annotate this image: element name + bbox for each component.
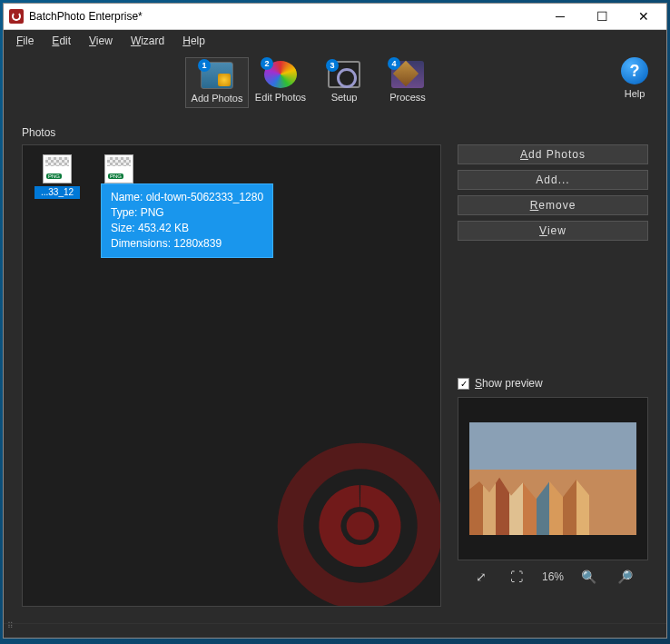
fullscreen-icon[interactable]: ⛶ [506, 570, 527, 584]
fit-screen-icon[interactable]: ⤢ [470, 570, 492, 584]
add-photos-icon: 1 [201, 62, 233, 89]
toolbar-edit-photos-label: Edit Photos [255, 92, 306, 103]
show-preview-label: Show preview [475, 377, 543, 390]
file-tooltip: Name: old-town-5062333_1280 Type: PNG Si… [101, 183, 273, 258]
toolbar-setup[interactable]: 3 Setup [312, 57, 376, 108]
close-button[interactable]: ✕ [623, 4, 665, 29]
png-file-icon [43, 154, 72, 183]
app-window: BatchPhoto Enterprise* ─ ☐ ✕ File Edit V… [3, 3, 667, 639]
body-area: Photos ...33_12 [4, 117, 666, 623]
resize-grip[interactable]: ⠿ [7, 624, 20, 637]
photos-section-label: Photos [22, 126, 648, 139]
toolbar-help[interactable]: ? Help [612, 57, 657, 99]
menu-edit[interactable]: Edit [43, 32, 80, 50]
toolbar-add-photos[interactable]: 1 Add Photos [185, 57, 249, 108]
toolbar-process-label: Process [389, 92, 426, 103]
view-button[interactable]: View [458, 221, 648, 241]
menu-help[interactable]: Help [173, 32, 214, 50]
toolbar-process[interactable]: 4 Process [376, 57, 439, 108]
minimize-button[interactable]: ─ [539, 4, 581, 29]
toolbar-setup-label: Setup [331, 92, 358, 103]
menubar: File Edit View Wizard Help [4, 30, 666, 52]
maximize-button[interactable]: ☐ [581, 4, 623, 29]
toolbar-add-photos-label: Add Photos [192, 93, 243, 104]
zoom-in-icon[interactable]: 🔍 [578, 570, 600, 584]
app-icon [9, 9, 24, 24]
preview-box [458, 397, 648, 560]
help-icon: ? [621, 57, 648, 84]
svg-point-1 [347, 512, 375, 540]
toolbar: 1 Add Photos 2 Edit Photos 3 Setup 4 Pro… [4, 52, 666, 117]
logo-spiral [241, 406, 440, 606]
edit-photos-icon: 2 [264, 61, 297, 88]
menu-file[interactable]: File [7, 32, 43, 50]
titlebar: BatchPhoto Enterprise* ─ ☐ ✕ [4, 4, 666, 30]
zoom-out-icon[interactable]: 🔎 [614, 570, 636, 584]
add-button[interactable]: Add... [458, 170, 648, 190]
window-title: BatchPhoto Enterprise* [29, 10, 539, 23]
toolbar-edit-photos[interactable]: 2 Edit Photos [249, 57, 312, 108]
preview-block: ✓ Show preview ⤢ ⛶ 16% 🔍 🔎 [458, 377, 648, 584]
menu-wizard[interactable]: Wizard [122, 32, 173, 50]
thumbnail-0[interactable]: ...33_12 [35, 154, 79, 199]
zoom-percent: 16% [542, 570, 564, 583]
remove-button[interactable]: Remove [458, 195, 648, 215]
preview-controls: ⤢ ⛶ 16% 🔍 🔎 [458, 570, 648, 584]
preview-image [469, 422, 636, 535]
show-preview-checkbox[interactable]: ✓ [458, 378, 469, 390]
process-icon: 4 [391, 61, 424, 88]
add-photos-button[interactable]: Add Photos [458, 144, 648, 164]
toolbar-help-label: Help [625, 88, 645, 99]
photos-panel: ...33_12 Name: old-town-5062333_1280 Typ… [22, 144, 441, 607]
setup-icon: 3 [328, 61, 360, 88]
menu-view[interactable]: View [80, 32, 122, 50]
statusbar: ⠿ [4, 623, 666, 638]
png-file-icon [104, 154, 133, 183]
thumbnail-0-label: ...33_12 [34, 186, 80, 199]
right-column: Add Photos Add... Remove View ✓ Show pre… [458, 144, 648, 607]
